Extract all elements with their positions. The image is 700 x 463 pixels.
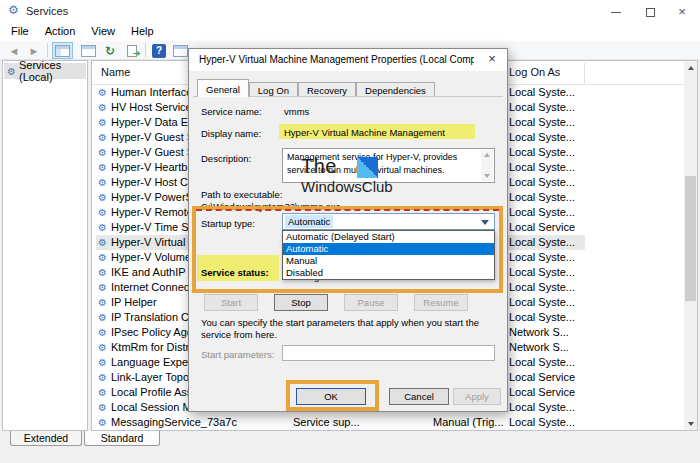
service-logon-cell: Local Service <box>509 370 575 385</box>
service-gear-icon: ⚙ <box>98 220 107 235</box>
dialog-tabs: General Log On Recovery Dependencies <box>197 79 435 97</box>
back-icon[interactable]: ◄ <box>6 42 22 59</box>
menu-bar: FileActionViewHelp <box>0 23 700 41</box>
service-gear-icon: ⚙ <box>98 205 107 220</box>
start-button: Start <box>204 294 258 311</box>
service-logon-cell: Local Syste... <box>509 130 575 145</box>
service-gear-icon: ⚙ <box>98 265 107 280</box>
service-logon-cell: Local Service <box>509 385 575 400</box>
cancel-button[interactable]: Cancel <box>389 388 449 405</box>
watermark-line2: WindowsClub <box>301 178 393 195</box>
service-logon-cell: Local Syste... <box>509 100 575 115</box>
pause-button: Pause <box>344 294 398 311</box>
view-tabs: Extended Standard <box>0 431 700 449</box>
scroll-down-icon[interactable] <box>684 417 697 430</box>
startup-dropdown-list: Automatic (Delayed Start)AutomaticManual… <box>282 230 495 280</box>
column-header-name[interactable]: Name <box>101 66 130 78</box>
close-button[interactable]: × <box>666 0 698 23</box>
service-logon-cell: Local Syste... <box>509 235 575 250</box>
service-gear-icon: ⚙ <box>98 160 107 175</box>
menu-help[interactable]: Help <box>123 23 162 39</box>
console-tree-panel: ⚙ Services (Local) <box>2 60 88 431</box>
toolbar-separator <box>145 43 146 57</box>
service-logon-cell: Local Syste... <box>509 310 575 325</box>
service-name-cell: HV Host Service <box>111 100 192 115</box>
column-header-logon-as[interactable]: Log On As <box>509 66 560 78</box>
watermark-logo-icon <box>357 157 378 178</box>
tab-standard[interactable]: Standard <box>84 431 160 446</box>
vertical-scrollbar[interactable] <box>684 61 697 430</box>
tab-log-on[interactable]: Log On <box>249 82 298 97</box>
service-gear-icon: ⚙ <box>98 370 107 385</box>
dropdown-option[interactable]: Automatic (Delayed Start) <box>283 231 494 243</box>
dropdown-option[interactable]: Disabled <box>283 267 494 279</box>
tab-general[interactable]: General <box>197 79 249 97</box>
export-list-icon[interactable]: ➔ <box>121 42 142 59</box>
tab-extended[interactable]: Extended <box>10 431 82 446</box>
tab-recovery[interactable]: Recovery <box>298 82 356 97</box>
tree-item-services-local[interactable]: ⚙ Services (Local) <box>4 63 86 79</box>
start-parameters-label: Start parameters: <box>201 349 274 360</box>
startup-type-label: Startup type: <box>201 218 255 229</box>
service-name-cell: MessagingService_73a7c <box>111 415 237 430</box>
startup-type-combobox[interactable]: Automatic <box>282 213 495 230</box>
menu-file[interactable]: File <box>3 23 37 39</box>
display-name-value: Hyper-V Virtual Machine Management <box>284 127 445 138</box>
menu-view[interactable]: View <box>83 23 123 39</box>
dialog-close-icon[interactable]: × <box>477 49 507 71</box>
service-name-cell: Link-Layer Topolo <box>111 370 198 385</box>
column-divider[interactable] <box>584 63 585 83</box>
service-gear-icon: ⚙ <box>98 250 107 265</box>
service-name-cell: IP Helper <box>111 295 157 310</box>
service-logon-cell: Local Syste... <box>509 355 575 370</box>
maximize-button[interactable] <box>634 0 666 23</box>
forward-icon[interactable]: ► <box>26 42 42 59</box>
scrollbar-thumb[interactable] <box>685 176 696 301</box>
service-logon-cell: Local Service <box>509 220 575 235</box>
refresh-icon[interactable]: ↻ <box>101 42 119 59</box>
minimize-button[interactable] <box>600 0 632 23</box>
service-logon-cell: Local Syste... <box>509 250 575 265</box>
ok-button[interactable]: OK <box>296 388 366 405</box>
start-parameters-note: You can specify the start parameters tha… <box>201 317 499 341</box>
service-logon-cell: Local Syste... <box>509 85 575 100</box>
service-logon-cell: Local Syste... <box>509 145 575 160</box>
service-logon-cell: Local Syste... <box>509 115 575 130</box>
service-gear-icon: ⚙ <box>98 100 107 115</box>
service-gear-icon: ⚙ <box>98 385 107 400</box>
resume-button: Resume <box>414 294 468 311</box>
window-titlebar: ⚙ Services × <box>0 0 700 23</box>
dropdown-option[interactable]: Automatic <box>283 243 494 255</box>
chevron-down-icon[interactable] <box>481 220 489 225</box>
service-logon-cell: Local Syste... <box>509 190 575 205</box>
startup-type-value: Automatic <box>285 215 333 228</box>
dialog-title: Hyper-V Virtual Machine Management Prope… <box>199 54 474 65</box>
path-value: C:\Windows\system32\vmms.exe <box>201 201 341 212</box>
service-name-cell: Hyper-V PowerSh <box>111 190 199 205</box>
window-title: Services <box>26 5 68 17</box>
service-gear-icon: ⚙ <box>98 310 107 325</box>
apply-button: Apply <box>453 388 501 405</box>
service-logon-cell: Local Syste... <box>509 160 575 175</box>
show-console-tree-icon[interactable] <box>52 42 73 59</box>
service-name-value: vmms <box>284 106 309 117</box>
start-parameters-input[interactable] <box>282 345 495 361</box>
service-name-cell: Hyper-V Virtual M <box>111 235 198 250</box>
watermark: The WindowsClub <box>301 155 337 178</box>
stop-button[interactable]: Stop <box>274 294 328 311</box>
tab-dependencies[interactable]: Dependencies <box>356 82 435 97</box>
help-icon[interactable]: ? <box>150 42 168 59</box>
description-scrollbar[interactable] <box>481 150 493 181</box>
dropdown-option[interactable]: Manual <box>283 255 494 267</box>
table-row[interactable]: ⚙MessagingService_73a7cService sup...Man… <box>92 415 684 430</box>
service-gear-icon: ⚙ <box>98 175 107 190</box>
menu-action[interactable]: Action <box>37 23 84 39</box>
watermark-line1: The <box>301 155 337 177</box>
service-gear-icon: ⚙ <box>98 190 107 205</box>
service-gear-icon: ⚙ <box>98 280 107 295</box>
description-label: Description: <box>201 153 251 164</box>
service-logon-cell: Local Syste... <box>509 415 575 430</box>
display-name-label: Display name: <box>201 128 261 139</box>
scroll-up-icon[interactable] <box>684 61 697 74</box>
properties-window-icon[interactable] <box>78 42 99 59</box>
